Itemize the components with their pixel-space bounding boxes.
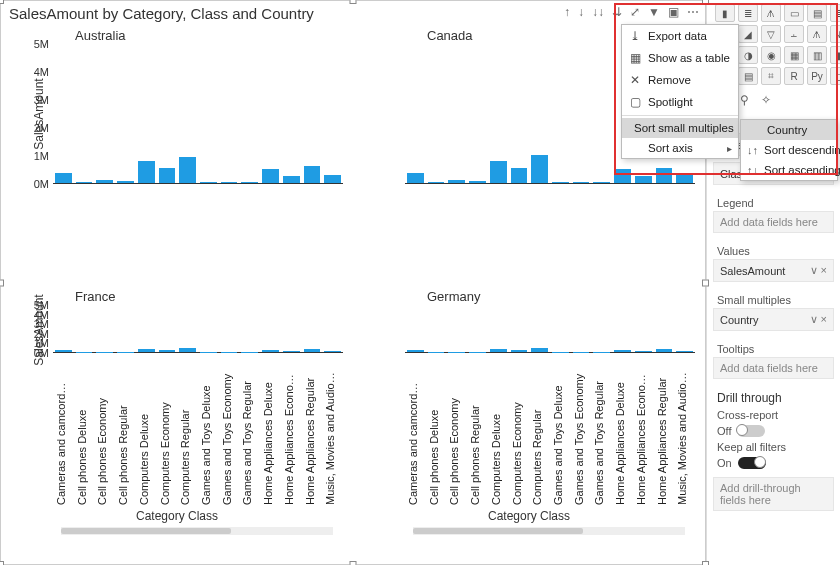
bar[interactable] [304,166,321,183]
viz-type-icon[interactable]: ▤ [807,4,827,22]
viz-type-icon[interactable]: ⩚ [807,25,827,43]
viz-type-icon[interactable]: ▭ [784,4,804,22]
bar[interactable] [676,175,693,183]
bar[interactable] [531,155,548,183]
bar[interactable] [428,182,445,183]
viz-type-icon[interactable]: ⩚ [761,4,781,22]
field-controls[interactable]: ∨ × [810,313,827,326]
bar[interactable] [407,173,424,183]
field-controls[interactable]: ∨ × [810,264,827,277]
bar[interactable] [159,168,176,183]
bar[interactable] [262,350,279,352]
bar[interactable] [635,176,652,183]
viz-type-icon[interactable]: ⫠ [784,25,804,43]
bar[interactable] [138,349,155,352]
viz-type-icon[interactable]: Py [807,67,827,85]
bar[interactable] [635,351,652,352]
bar[interactable] [76,182,93,183]
bar[interactable] [531,348,548,352]
analytics-tab-icon[interactable]: ✧ [761,93,771,111]
viz-type-icon[interactable]: ◢ [738,25,758,43]
viz-type-icon[interactable]: ◻ [830,67,840,85]
viz-type-icon[interactable]: ≣ [738,4,758,22]
bar[interactable] [490,161,507,183]
sort-by-country[interactable]: Country [741,120,837,140]
sort-descending[interactable]: ↓↑Sort descending [741,140,837,160]
legend-well[interactable]: Add data fields here [713,211,834,233]
viz-type-icon[interactable]: R [784,67,804,85]
resize-handle[interactable] [702,561,709,565]
context-menu[interactable]: ⤓Export data ▦Show as a table ✕Remove ▢S… [621,24,739,159]
sort-submenu[interactable]: Country ↓↑Sort descending ↑↓Sort ascendi… [740,119,838,181]
cross-report-toggle[interactable] [737,425,765,437]
bar[interactable] [283,351,300,352]
bar[interactable] [324,175,341,183]
viz-type-icon[interactable]: ▤ [738,67,758,85]
bar[interactable] [573,182,590,183]
bar[interactable] [179,348,196,352]
viz-type-icon[interactable]: ◧ [830,46,840,64]
values-field[interactable]: SalesAmount∨ × [713,259,834,282]
sm-field[interactable]: Country∨ × [713,308,834,331]
drillthrough-well[interactable]: Add drill-through fields here [713,477,834,511]
bar[interactable] [159,350,176,352]
bar[interactable] [200,182,217,183]
bar[interactable] [593,182,610,183]
drill-thru-icon[interactable]: ⤢ [630,5,640,19]
bar[interactable] [448,180,465,183]
bar[interactable] [552,182,569,183]
format-tab-icon[interactable]: ⚲ [740,93,749,111]
viz-type-icon[interactable]: ⩛ [830,25,840,43]
bar[interactable] [262,169,279,183]
bar[interactable] [614,169,631,183]
bar[interactable] [407,350,424,352]
resize-handle[interactable] [350,0,357,4]
bar[interactable] [179,157,196,183]
bar[interactable] [241,182,258,183]
bar[interactable] [614,350,631,352]
bar[interactable] [55,350,72,352]
viz-type-icon[interactable]: ▦ [784,46,804,64]
bar[interactable] [469,181,486,183]
down-arrow-icon[interactable]: ↓ [578,5,584,19]
ctx-sort-small-multiples[interactable]: Sort small multiples▸ [622,118,738,138]
expand-icon[interactable]: ⇊ [612,5,622,19]
drill-down-icon[interactable]: ↓↓ [592,5,604,19]
scroll-thumb[interactable] [61,528,231,534]
scroll-thumb[interactable] [413,528,583,534]
bar[interactable] [283,176,300,183]
viz-type-icon[interactable]: ◑ [738,46,758,64]
bar[interactable] [55,173,72,183]
viz-type-icon[interactable]: ⌗ [761,67,781,85]
viz-type-icon[interactable]: ▮ [715,4,735,22]
bar[interactable] [138,161,155,183]
bar[interactable] [324,351,341,352]
bar[interactable] [490,349,507,352]
bar[interactable] [117,181,134,183]
sort-ascending[interactable]: ↑↓Sort ascending [741,160,837,180]
more-icon[interactable]: ⋯ [687,5,699,19]
ctx-spotlight[interactable]: ▢Spotlight [622,91,738,113]
bar[interactable] [304,349,321,352]
bar[interactable] [221,182,238,183]
viz-type-icon[interactable]: ◉ [761,46,781,64]
ctx-remove[interactable]: ✕Remove [622,69,738,91]
resize-handle[interactable] [350,561,357,565]
keep-filters-toggle[interactable] [738,457,766,469]
bar[interactable] [676,351,693,352]
bar[interactable] [511,168,528,183]
bar[interactable] [656,168,673,183]
scroll-track[interactable] [413,527,685,535]
tooltips-well[interactable]: Add data fields here [713,357,834,379]
filter-icon[interactable]: ▼ [648,5,660,19]
focus-icon[interactable]: ▣ [668,5,679,19]
viz-type-icon[interactable]: ▽ [761,25,781,43]
scroll-track[interactable] [61,527,333,535]
resize-handle[interactable] [0,561,4,565]
up-arrow-icon[interactable]: ↑ [564,5,570,19]
visual-container[interactable]: SalesAmount by Category, Class and Count… [0,0,706,565]
ctx-show-as-table[interactable]: ▦Show as a table [622,47,738,69]
resize-handle[interactable] [0,0,4,4]
bar[interactable] [96,180,113,183]
resize-handle[interactable] [702,0,709,4]
